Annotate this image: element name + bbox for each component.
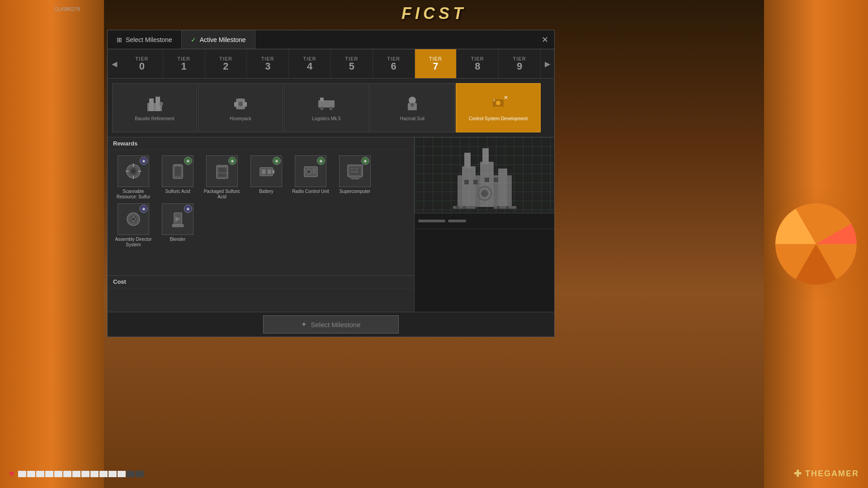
preview-bar-1 xyxy=(418,220,445,222)
check-icon: ✓ xyxy=(191,36,196,43)
svg-rect-44 xyxy=(350,168,354,170)
grid-icon: ⊞ xyxy=(117,36,122,43)
health-bar-9 xyxy=(99,471,108,477)
tier-num-0: 0 xyxy=(139,61,145,71)
reward-name-radio-control: Radio Control Unit xyxy=(292,189,329,194)
logo-text: FICST xyxy=(401,4,467,23)
preview-footer xyxy=(415,213,554,229)
milestone-label-bauxite: Bauxite Refinement xyxy=(135,116,174,122)
health-bar-2 xyxy=(36,471,44,477)
reward-name-blender: Blender xyxy=(170,237,185,242)
svg-rect-31 xyxy=(217,165,228,167)
tier-tab-5[interactable]: Tier 5 xyxy=(331,49,373,78)
right-panel-decoration xyxy=(764,0,868,488)
health-bar-7 xyxy=(81,471,90,477)
tier-tab-4[interactable]: Tier 4 xyxy=(289,49,331,78)
tab-active-milestone[interactable]: ✓ Active Milestone xyxy=(182,30,255,49)
content-area: Rewards ◉ Scannable Resource: Sulfur ◉ S… xyxy=(108,137,554,312)
select-icon: ✦ xyxy=(301,320,307,328)
milestone-cards-row: Bauxite Refinement Hoverpack Logistics M… xyxy=(108,79,554,137)
svg-rect-5 xyxy=(234,102,238,107)
tier-tab-7[interactable]: Tier 7 xyxy=(415,49,457,78)
heart-icon: ♥ xyxy=(9,469,14,479)
svg-rect-46 xyxy=(350,171,359,173)
thegamer-watermark: ✚ THEGAMER xyxy=(794,468,859,479)
health-bar-8 xyxy=(90,471,99,477)
tier-tab-8[interactable]: Tier 8 xyxy=(457,49,499,78)
tab-select-milestone[interactable]: ⊞ Select Milestone xyxy=(108,30,182,49)
tier-navigation: ◀ Tier 0 Tier 1 Tier 2 Tier 3 Tier 4 Tie… xyxy=(108,49,554,79)
health-bar-3 xyxy=(45,471,53,477)
tier-num-5: 5 xyxy=(349,61,354,71)
svg-point-7 xyxy=(238,102,243,106)
tier-num-8: 8 xyxy=(475,61,480,71)
milestone-label-control-system: Control System Development xyxy=(469,116,528,122)
cost-section: Cost xyxy=(108,276,414,312)
reward-icon-blender: ◉ xyxy=(162,203,193,235)
svg-rect-58 xyxy=(464,153,471,169)
svg-point-51 xyxy=(132,218,135,221)
svg-point-14 xyxy=(410,103,414,107)
reward-name-battery: Battery xyxy=(259,189,274,194)
reward-item-scannable-sulfur: ◉ Scannable Resource: Sulfur xyxy=(113,155,154,200)
svg-point-11 xyxy=(329,107,333,110)
reward-badge-supercomputer: ◉ xyxy=(361,157,369,165)
preview-building-svg xyxy=(448,139,521,211)
milestone-label-hoverpack: Hoverpack xyxy=(230,116,251,122)
preview-description xyxy=(415,229,554,312)
reward-name-packaged-sulfuric: Packaged Sulfuric Acid xyxy=(202,189,242,200)
milestone-icon-hoverpack xyxy=(230,94,251,114)
svg-point-3 xyxy=(159,102,163,106)
health-bar-10 xyxy=(108,471,117,477)
svg-point-10 xyxy=(320,107,324,110)
tier-tab-6[interactable]: Tier 6 xyxy=(373,49,415,78)
tier-next-arrow[interactable]: ▶ xyxy=(541,49,554,78)
hud-health: ♥ xyxy=(9,469,144,479)
tier-tab-9[interactable]: Tier 9 xyxy=(499,49,541,78)
svg-rect-60 xyxy=(464,180,469,184)
health-bar-1 xyxy=(27,471,35,477)
milestone-icon-control-system: ✕ xyxy=(487,94,509,114)
health-bar-13 xyxy=(136,471,144,477)
close-button[interactable]: ✕ xyxy=(535,30,554,49)
milestone-card-logistics[interactable]: Logistics Mk.5 xyxy=(284,83,369,132)
tier-tab-3[interactable]: Tier 3 xyxy=(247,49,289,78)
dialog-tabs: ⊞ Select Milestone ✓ Active Milestone ✕ xyxy=(108,30,554,49)
tier-tab-1[interactable]: Tier 1 xyxy=(163,49,205,78)
milestone-card-hoverpack[interactable]: Hoverpack xyxy=(198,83,283,132)
close-icon: ✕ xyxy=(542,35,548,45)
thegamer-cross-icon: ✚ xyxy=(794,468,802,479)
reward-icon-scannable-sulfur: ◉ xyxy=(118,155,149,187)
health-bar-4 xyxy=(54,471,62,477)
left-content-panel: Rewards ◉ Scannable Resource: Sulfur ◉ S… xyxy=(108,137,414,312)
milestone-card-control-system[interactable]: ✕ Control System Development xyxy=(456,83,541,132)
select-milestone-button[interactable]: ✦ Select Milestone xyxy=(263,315,399,333)
reward-icon-radio-control: ◉ xyxy=(295,155,326,187)
milestone-card-hazmat[interactable]: Hazmat Suit xyxy=(370,83,455,132)
reward-badge-blender: ◉ xyxy=(184,205,192,213)
health-bar-6 xyxy=(72,471,80,477)
svg-rect-59 xyxy=(482,148,489,164)
svg-rect-45 xyxy=(355,168,359,170)
tab-select-label: Select Milestone xyxy=(126,36,172,43)
reward-item-assembly-director: ◉ Assembly Director System xyxy=(113,203,154,248)
health-bar-group xyxy=(18,471,144,477)
game-logo: FICST xyxy=(321,0,547,27)
decorative-wheel-container xyxy=(764,0,868,488)
cost-content xyxy=(108,288,414,312)
thegamer-text: THEGAMER xyxy=(805,469,859,479)
tier-tab-2[interactable]: Tier 2 xyxy=(205,49,247,78)
svg-rect-53 xyxy=(172,225,184,227)
tier-tab-0[interactable]: Tier 0 xyxy=(121,49,163,78)
tab-active-label: Active Milestone xyxy=(200,36,246,43)
reward-name-supercomputer: Supercomputer xyxy=(340,189,370,194)
reward-item-supercomputer: ◉ Supercomputer xyxy=(335,155,375,200)
svg-point-71 xyxy=(481,190,488,197)
svg-point-67 xyxy=(463,206,466,209)
tier-prev-arrow[interactable]: ◀ xyxy=(108,49,121,78)
milestone-card-bauxite[interactable]: Bauxite Refinement xyxy=(112,83,197,132)
reward-badge-packaged-sulfuric: ◉ xyxy=(228,157,236,165)
svg-rect-9 xyxy=(320,98,324,101)
reward-icon-sulfuric-acid: ◉ xyxy=(162,155,193,187)
reward-name-sulfuric-acid: Sulfuric Acid xyxy=(165,189,190,194)
